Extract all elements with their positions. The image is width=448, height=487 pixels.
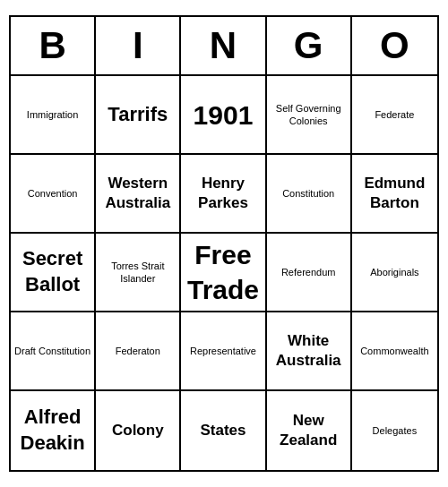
- bingo-grid: ImmigrationTarrifs1901Self Governing Col…: [11, 76, 437, 470]
- cell-text-17: Representative: [190, 345, 256, 357]
- cell-text-5: Convention: [28, 187, 78, 200]
- cell-text-3: Self Governing Colonies: [271, 102, 347, 128]
- cell-text-4: Federate: [375, 108, 414, 121]
- bingo-cell-10: Secret Ballot: [11, 234, 96, 312]
- cell-text-16: Federaton: [116, 345, 160, 357]
- bingo-cell-21: Colony: [96, 391, 181, 470]
- bingo-cell-14: Aboriginals: [352, 234, 437, 312]
- bingo-card: BINGO ImmigrationTarrifs1901Self Governi…: [9, 15, 439, 472]
- bingo-letter-i: I: [96, 17, 181, 74]
- bingo-cell-24: Delegates: [352, 391, 437, 470]
- bingo-cell-11: Torres Strait Islander: [96, 234, 181, 312]
- bingo-letter-g: G: [267, 17, 352, 74]
- cell-text-15: Draft Constitution: [14, 345, 90, 357]
- bingo-cell-20: Alfred Deakin: [11, 391, 96, 470]
- cell-text-24: Delegates: [373, 424, 418, 437]
- bingo-letter-b: B: [11, 17, 96, 74]
- cell-text-7: Henry Parkes: [185, 174, 261, 213]
- cell-text-19: Commonwealth: [360, 345, 428, 357]
- bingo-cell-2: 1901: [181, 76, 266, 155]
- bingo-cell-5: Convention: [11, 155, 96, 234]
- bingo-cell-0: Immigration: [11, 76, 96, 155]
- cell-text-6: Western Australia: [99, 174, 176, 213]
- bingo-cell-12: Free Trade: [181, 234, 266, 312]
- bingo-cell-9: Edmund Barton: [352, 155, 437, 234]
- bingo-cell-19: Commonwealth: [352, 312, 437, 391]
- bingo-letter-o: O: [352, 17, 437, 74]
- bingo-cell-23: New Zealand: [267, 391, 352, 470]
- cell-text-12: Free Trade: [185, 237, 261, 307]
- cell-text-10: Secret Ballot: [14, 246, 90, 297]
- bingo-cell-18: White Australia: [267, 312, 352, 391]
- bingo-header: BINGO: [11, 17, 437, 76]
- cell-text-18: White Australia: [271, 331, 347, 371]
- bingo-cell-13: Referendum: [267, 234, 352, 312]
- cell-text-20: Alfred Deakin: [14, 405, 90, 456]
- cell-text-0: Immigration: [27, 108, 78, 121]
- cell-text-1: Tarrifs: [108, 102, 168, 128]
- cell-text-11: Torres Strait Islander: [99, 260, 176, 286]
- bingo-cell-17: Representative: [181, 312, 266, 391]
- bingo-cell-7: Henry Parkes: [181, 155, 266, 234]
- cell-text-13: Referendum: [281, 266, 336, 278]
- bingo-letter-n: N: [181, 17, 266, 74]
- bingo-cell-16: Federaton: [96, 312, 181, 391]
- bingo-cell-1: Tarrifs: [96, 76, 181, 155]
- bingo-cell-15: Draft Constitution: [11, 312, 96, 391]
- bingo-cell-3: Self Governing Colonies: [267, 76, 352, 155]
- cell-text-21: Colony: [112, 421, 164, 440]
- bingo-cell-4: Federate: [352, 76, 437, 155]
- cell-text-14: Aboriginals: [370, 266, 418, 278]
- cell-text-2: 1901: [194, 98, 254, 132]
- bingo-cell-6: Western Australia: [96, 155, 181, 234]
- bingo-cell-22: States: [181, 391, 266, 470]
- cell-text-23: New Zealand: [271, 411, 347, 450]
- cell-text-8: Constitution: [282, 187, 334, 200]
- cell-text-22: States: [200, 421, 246, 440]
- cell-text-9: Edmund Barton: [356, 174, 434, 213]
- bingo-cell-8: Constitution: [267, 155, 352, 234]
